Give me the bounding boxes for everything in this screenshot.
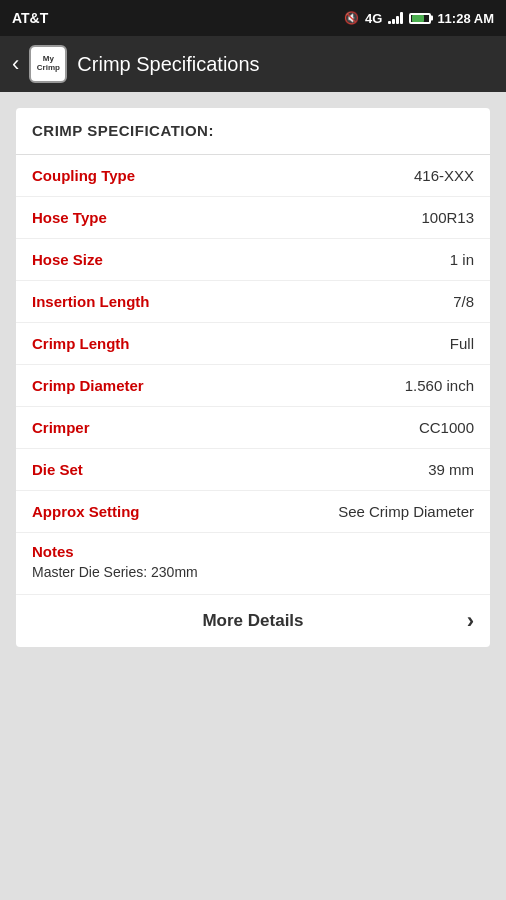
chevron-right-icon: › [467, 608, 474, 634]
approx-setting-value: See Crimp Diameter [338, 503, 474, 520]
notes-section: Notes Master Die Series: 230mm [16, 533, 490, 595]
signal-icon [388, 12, 403, 24]
coupling-type-value: 416-XXX [414, 167, 474, 184]
die-set-value: 39 mm [428, 461, 474, 478]
crimp-diameter-value: 1.560 inch [405, 377, 474, 394]
spec-row-die-set: Die Set 39 mm [16, 449, 490, 491]
more-details-button[interactable]: More Details › [16, 595, 490, 647]
spec-row-insertion-length: Insertion Length 7/8 [16, 281, 490, 323]
spec-card: CRIMP SPECIFICATION: Coupling Type 416-X… [16, 108, 490, 647]
insertion-length-label: Insertion Length [32, 293, 150, 310]
card-header: CRIMP SPECIFICATION: [16, 108, 490, 155]
crimp-diameter-label: Crimp Diameter [32, 377, 144, 394]
spec-row-hose-type: Hose Type 100R13 [16, 197, 490, 239]
hose-size-label: Hose Size [32, 251, 103, 268]
status-right: 🔇 4G 11:28 AM [344, 11, 494, 26]
more-details-label: More Details [202, 611, 303, 631]
carrier-label: AT&T [12, 10, 48, 26]
network-label: 4G [365, 11, 382, 26]
crimp-length-value: Full [450, 335, 474, 352]
section-title: CRIMP SPECIFICATION: [32, 122, 214, 139]
spec-row-approx-setting: Approx Setting See Crimp Diameter [16, 491, 490, 533]
app-logo: My Crimp [29, 45, 67, 83]
crimper-value: CC1000 [419, 419, 474, 436]
hose-type-label: Hose Type [32, 209, 107, 226]
approx-setting-label: Approx Setting [32, 503, 140, 520]
page-title: Crimp Specifications [77, 53, 259, 76]
spec-row-crimper: Crimper CC1000 [16, 407, 490, 449]
time-label: 11:28 AM [437, 11, 494, 26]
battery-icon [409, 13, 431, 24]
spec-row-crimp-length: Crimp Length Full [16, 323, 490, 365]
crimper-label: Crimper [32, 419, 90, 436]
spec-row-coupling-type: Coupling Type 416-XXX [16, 155, 490, 197]
status-bar: AT&T 🔇 4G 11:28 AM [0, 0, 506, 36]
notes-value: Master Die Series: 230mm [32, 564, 474, 580]
spec-row-hose-size: Hose Size 1 in [16, 239, 490, 281]
content-area: CRIMP SPECIFICATION: Coupling Type 416-X… [0, 92, 506, 900]
coupling-type-label: Coupling Type [32, 167, 135, 184]
hose-type-value: 100R13 [421, 209, 474, 226]
insertion-length-value: 7/8 [453, 293, 474, 310]
hose-size-value: 1 in [450, 251, 474, 268]
app-header: ‹ My Crimp Crimp Specifications [0, 36, 506, 92]
back-button[interactable]: ‹ [12, 51, 19, 77]
die-set-label: Die Set [32, 461, 83, 478]
crimp-length-label: Crimp Length [32, 335, 130, 352]
notes-label: Notes [32, 543, 474, 560]
spec-row-crimp-diameter: Crimp Diameter 1.560 inch [16, 365, 490, 407]
mute-icon: 🔇 [344, 11, 359, 25]
